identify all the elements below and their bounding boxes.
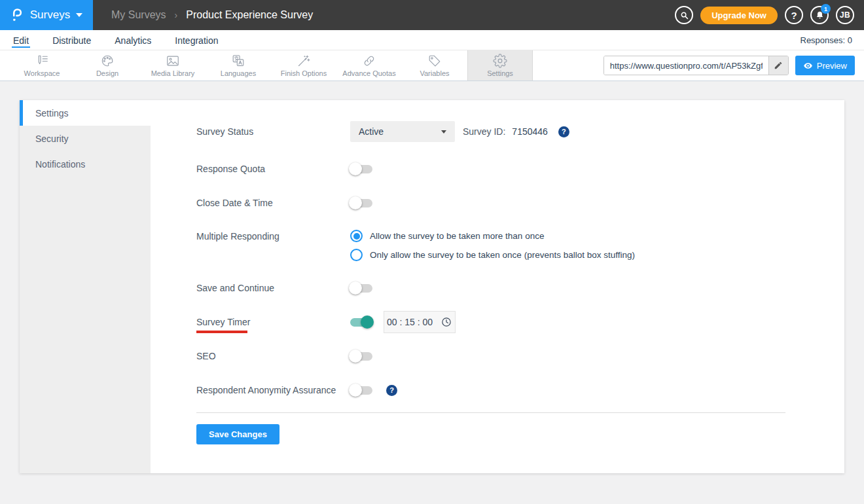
radio-option-label: Allow the survey to be taken more than o… <box>370 231 544 241</box>
radio-option-multiple-allowed[interactable]: Allow the survey to be taken more than o… <box>350 230 635 242</box>
search-icon <box>679 10 689 20</box>
notifications-button[interactable]: 1 <box>810 6 829 24</box>
survey-timer-duration-field[interactable]: 00 : 15 : 00 <box>384 311 456 333</box>
respondent-anonymity-help-icon[interactable]: ? <box>386 385 397 396</box>
user-avatar[interactable]: JB <box>836 6 854 24</box>
help-button[interactable]: ? <box>785 6 803 24</box>
radio-option-once-only[interactable]: Only allow the survey to be taken once (… <box>350 249 635 261</box>
breadcrumb: My Surveys › Product Experience Survey <box>111 9 313 21</box>
breadcrumb-current-survey: Product Experience Survey <box>186 9 313 21</box>
toolbar-tab-variables[interactable]: Variables <box>402 50 467 81</box>
multiple-responding-row: Multiple Responding Allow the survey to … <box>196 230 844 261</box>
toolbar-tab-label: Variables <box>420 69 449 77</box>
multiple-responding-options: Allow the survey to be taken more than o… <box>350 230 635 261</box>
survey-id-group: Survey ID: 7150446 ? <box>463 126 569 137</box>
toggle-knob <box>349 384 362 397</box>
search-button[interactable] <box>675 6 693 24</box>
toolbar-tab-settings[interactable]: Settings <box>467 50 533 81</box>
toggle-knob <box>349 196 362 209</box>
content-area: Settings Security Notifications Survey S… <box>0 81 864 492</box>
save-and-continue-toggle[interactable] <box>350 284 372 293</box>
tab-distribute[interactable]: Distribute <box>51 32 92 48</box>
survey-id-help-icon[interactable]: ? <box>558 126 569 137</box>
toolbar-tab-advance-quotas[interactable]: Advance Quotas <box>336 50 402 81</box>
survey-status-select[interactable]: Active <box>350 121 455 142</box>
edit-url-button[interactable] <box>768 56 788 75</box>
seo-toggle[interactable] <box>350 352 372 361</box>
chevron-down-icon <box>441 130 446 134</box>
settings-form: Survey Status Active Survey ID: 7150446 … <box>151 100 844 473</box>
response-quota-toggle[interactable] <box>350 165 372 173</box>
tag-icon <box>427 54 442 68</box>
form-divider <box>196 412 785 413</box>
radio-unselected-icon[interactable] <box>350 249 363 261</box>
survey-timer-toggle[interactable] <box>350 318 372 327</box>
radio-option-label: Only allow the survey to be taken once (… <box>370 250 635 260</box>
clock-icon[interactable] <box>441 316 452 328</box>
toolbar-tab-media-library[interactable]: Media Library <box>140 50 206 81</box>
upgrade-now-button[interactable]: Upgrade Now <box>700 7 778 24</box>
breadcrumb-my-surveys[interactable]: My Surveys <box>111 9 166 21</box>
toolbar-tab-label: Settings <box>487 69 513 77</box>
settings-sidebar: Settings Security Notifications <box>20 100 151 473</box>
toolbar-tab-label: Workspace <box>24 69 60 77</box>
toolbar-tab-label: Advance Quotas <box>342 69 395 77</box>
save-changes-button[interactable]: Save Changes <box>196 424 279 444</box>
breadcrumb-separator: › <box>175 10 178 20</box>
sidebar-item-notifications[interactable]: Notifications <box>20 151 151 177</box>
save-and-continue-label: Save and Continue <box>196 283 350 293</box>
response-quota-row: Response Quota <box>196 162 844 176</box>
toolbar-tab-workspace[interactable]: Workspace <box>9 50 75 81</box>
respondent-anonymity-label: Respondent Anonymity Assurance <box>196 385 350 395</box>
survey-status-label: Survey Status <box>196 126 350 137</box>
responses-count: Responses: 0 <box>801 35 853 45</box>
image-icon <box>166 54 180 68</box>
survey-id-label: Survey ID: <box>463 126 505 137</box>
survey-timer-underline <box>196 331 247 333</box>
toggle-knob <box>349 350 362 363</box>
notification-count-badge: 1 <box>821 4 831 14</box>
sidebar-item-security[interactable]: Security <box>20 126 151 151</box>
eye-icon <box>803 61 813 71</box>
survey-url-input[interactable] <box>604 56 768 75</box>
edit-toolbar: Workspace Design Media Library Languages… <box>0 50 864 81</box>
product-menu-label: Surveys <box>30 9 70 22</box>
header-actions: Upgrade Now ? 1 JB <box>675 6 864 24</box>
product-menu[interactable]: Surveys <box>0 0 93 30</box>
toolbar-right: Preview <box>603 50 864 81</box>
close-date-row: Close Date & Time <box>196 196 844 210</box>
response-quota-label: Response Quota <box>196 164 350 174</box>
chevron-down-icon <box>76 13 82 17</box>
radio-selected-icon[interactable] <box>350 230 363 242</box>
toolbar-tab-finish-options[interactable]: Finish Options <box>271 50 336 81</box>
toolbar-tab-languages[interactable]: Languages <box>206 50 271 81</box>
questionpro-logo-icon <box>10 7 24 24</box>
settings-card: Settings Security Notifications Survey S… <box>20 100 844 473</box>
toggle-knob <box>361 315 374 329</box>
close-date-toggle[interactable] <box>350 199 372 207</box>
avatar-initials: JB <box>840 10 850 20</box>
toggle-knob <box>349 281 362 295</box>
palette-icon <box>100 54 115 68</box>
tab-edit[interactable]: Edit <box>12 32 30 48</box>
toolbar-tab-design[interactable]: Design <box>75 50 140 81</box>
magic-wand-icon <box>297 54 311 68</box>
close-date-label: Close Date & Time <box>196 198 350 208</box>
top-header: Surveys My Surveys › Product Experience … <box>0 0 864 30</box>
preview-button[interactable]: Preview <box>795 56 855 75</box>
respondent-anonymity-toggle[interactable] <box>350 386 372 395</box>
seo-row: SEO <box>196 349 844 363</box>
survey-timer-label: Survey Timer <box>196 317 350 327</box>
survey-url-field <box>603 56 789 75</box>
toolbar-tab-label: Design <box>96 69 118 77</box>
preview-button-label: Preview <box>817 61 847 71</box>
toolbar-tab-label: Finish Options <box>281 69 327 77</box>
multiple-responding-label: Multiple Responding <box>196 230 350 242</box>
workspace-icon <box>35 54 49 68</box>
tab-integration[interactable]: Integration <box>173 32 219 48</box>
sidebar-item-settings[interactable]: Settings <box>20 100 151 126</box>
translate-icon <box>231 54 245 68</box>
pencil-icon <box>774 61 783 70</box>
toggle-knob <box>349 162 362 175</box>
tab-analytics[interactable]: Analytics <box>113 32 153 48</box>
